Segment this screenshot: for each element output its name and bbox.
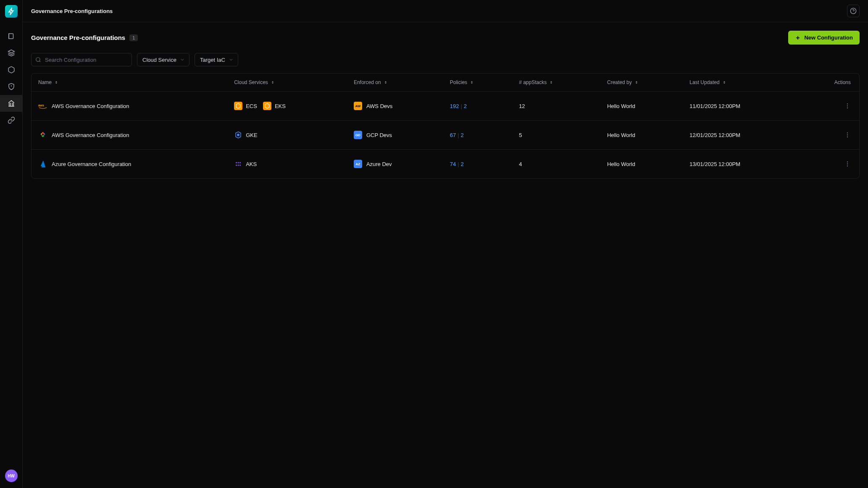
col-enforced-on[interactable]: Enforced on bbox=[347, 74, 443, 92]
svg-point-17 bbox=[847, 164, 848, 164]
policies-value[interactable]: 67|2 bbox=[450, 132, 464, 138]
sidebar-item-governance[interactable] bbox=[0, 95, 22, 112]
created-by-value: Hello World bbox=[607, 103, 635, 109]
breadcrumb: Governance Pre-configurations bbox=[31, 8, 113, 14]
sidebar-item-hexagon[interactable] bbox=[0, 61, 22, 78]
azure-icon bbox=[38, 159, 47, 169]
col-created-by[interactable]: Created by bbox=[600, 74, 683, 92]
created-by-value: Hello World bbox=[607, 132, 635, 138]
aws-icon: aws bbox=[38, 101, 47, 111]
enforced-label: AWS Devs bbox=[366, 103, 392, 109]
table-row[interactable]: AWS Governance ConfigurationGKEGDGCP Dev… bbox=[32, 121, 859, 150]
col-actions: Actions bbox=[801, 74, 859, 92]
service-label: ECS bbox=[246, 103, 257, 109]
sort-icon bbox=[54, 80, 58, 84]
service-label: AKS bbox=[246, 161, 257, 167]
svg-point-4 bbox=[847, 106, 848, 106]
row-actions-button[interactable] bbox=[842, 130, 852, 140]
row-actions-button[interactable] bbox=[842, 101, 852, 111]
new-configuration-button[interactable]: New Configuration bbox=[788, 31, 860, 45]
sidebar-item-layers[interactable] bbox=[0, 45, 22, 61]
service-label: GKE bbox=[246, 132, 257, 138]
plus-icon bbox=[795, 35, 801, 41]
col-cloud-services[interactable]: Cloud Services bbox=[227, 74, 347, 92]
svg-point-9 bbox=[847, 137, 848, 137]
more-vertical-icon bbox=[844, 132, 851, 138]
svg-point-15 bbox=[239, 165, 241, 166]
aks-icon bbox=[234, 160, 242, 168]
svg-point-14 bbox=[238, 165, 239, 166]
table-row[interactable]: Azure Governance ConfigurationAKSAZAzure… bbox=[32, 150, 859, 179]
last-updated-value: 12/01/2025 12:00PM bbox=[689, 132, 740, 138]
search-input[interactable] bbox=[31, 53, 132, 66]
sort-icon bbox=[634, 80, 639, 84]
filters-bar: Cloud Service Target IaC bbox=[31, 53, 860, 66]
configurations-table: Name Cloud Services Enforced on Policies… bbox=[31, 73, 860, 179]
table-row[interactable]: awsAWS Governance ConfigurationECSEKSAWA… bbox=[32, 92, 859, 121]
config-name: AWS Governance Configuration bbox=[52, 132, 129, 138]
last-updated-value: 11/01/2025 12:00PM bbox=[689, 103, 740, 109]
team-badge: GD bbox=[354, 131, 362, 139]
sort-icon bbox=[384, 80, 388, 84]
service-chip: ECS bbox=[234, 102, 257, 110]
help-button[interactable] bbox=[847, 5, 860, 17]
new-button-label: New Configuration bbox=[804, 34, 853, 41]
policies-value[interactable]: 74|2 bbox=[450, 161, 464, 167]
sort-icon bbox=[470, 80, 474, 84]
svg-text:aws: aws bbox=[38, 103, 44, 107]
gke-icon bbox=[234, 131, 242, 139]
topbar: Governance Pre-configurations bbox=[23, 0, 868, 22]
policies-value[interactable]: 192|2 bbox=[450, 103, 467, 109]
service-label: EKS bbox=[275, 103, 286, 109]
config-name: Azure Governance Configuration bbox=[52, 161, 131, 167]
cloud-service-filter-label: Cloud Service bbox=[142, 57, 176, 63]
sort-icon bbox=[549, 80, 553, 84]
app-stacks-value: 12 bbox=[519, 103, 525, 109]
svg-point-13 bbox=[236, 165, 237, 166]
col-last-updated[interactable]: Last Updated bbox=[683, 74, 801, 92]
svg-point-1 bbox=[36, 58, 40, 61]
chevron-down-icon bbox=[229, 57, 234, 62]
app-stacks-value: 4 bbox=[519, 161, 522, 167]
chevron-down-icon bbox=[180, 57, 185, 62]
sort-icon bbox=[722, 80, 726, 84]
main-content: Governance Pre-configurations Governance… bbox=[23, 0, 868, 488]
svg-point-7 bbox=[847, 132, 848, 133]
sidebar-item-shield[interactable] bbox=[0, 78, 22, 95]
config-name: AWS Governance Configuration bbox=[52, 103, 129, 109]
target-iac-filter[interactable]: Target IaC bbox=[195, 53, 238, 66]
enforced-label: Azure Dev bbox=[366, 161, 392, 167]
target-iac-filter-label: Target IaC bbox=[200, 57, 225, 63]
search-icon bbox=[35, 57, 41, 63]
sidebar-item-link[interactable] bbox=[0, 112, 22, 129]
service-chip: GKE bbox=[234, 131, 257, 139]
enforced-label: GCP Devs bbox=[366, 132, 392, 138]
app-logo[interactable] bbox=[5, 5, 18, 18]
eks-icon bbox=[263, 102, 271, 110]
svg-point-12 bbox=[239, 162, 241, 164]
team-badge: AZ bbox=[354, 160, 362, 168]
service-chip: AKS bbox=[234, 160, 257, 168]
row-actions-button[interactable] bbox=[842, 159, 852, 169]
last-updated-value: 13/01/2025 12:00PM bbox=[689, 161, 740, 167]
svg-point-6 bbox=[237, 134, 239, 136]
cloud-service-filter[interactable]: Cloud Service bbox=[137, 53, 189, 66]
svg-point-16 bbox=[847, 161, 848, 162]
svg-point-5 bbox=[847, 108, 848, 108]
col-name[interactable]: Name bbox=[32, 74, 227, 92]
count-badge: 1 bbox=[129, 34, 138, 41]
sort-icon bbox=[271, 80, 275, 84]
col-app-stacks[interactable]: # appStacks bbox=[512, 74, 600, 92]
sidebar-item-book[interactable] bbox=[0, 28, 22, 45]
app-stacks-value: 5 bbox=[519, 132, 522, 138]
page-title: Governance Pre-configurations bbox=[31, 34, 125, 41]
sidebar: HW bbox=[0, 0, 23, 488]
service-chip: EKS bbox=[263, 102, 286, 110]
more-vertical-icon bbox=[844, 161, 851, 167]
created-by-value: Hello World bbox=[607, 161, 635, 167]
user-avatar[interactable]: HW bbox=[5, 470, 18, 482]
page-header: Governance Pre-configurations 1 New Conf… bbox=[31, 31, 860, 45]
col-policies[interactable]: Policies bbox=[443, 74, 512, 92]
team-badge: AW bbox=[354, 102, 362, 110]
gcp-icon bbox=[38, 130, 47, 140]
